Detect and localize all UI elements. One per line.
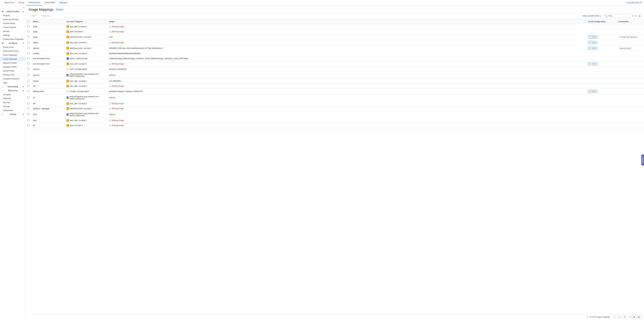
sidebar-item-storage-profiles[interactable]: Storage Profiles	[0, 65, 26, 69]
row-checkbox-cell[interactable]	[26, 56, 31, 61]
sidebar-item-custom-names[interactable]: Custom Names	[0, 25, 26, 29]
row-checkbox-cell[interactable]	[26, 118, 31, 123]
row-checkbox[interactable]	[28, 80, 30, 82]
row-checkbox-cell[interactable]	[26, 34, 31, 40]
row-checkbox-cell[interactable]	[26, 61, 31, 67]
sidebar-item-pricing-cards[interactable]: Pricing Cards	[0, 73, 26, 77]
sidebar-item-config-properties[interactable]: Configuration Properties	[0, 37, 26, 41]
sidebar-item-tags[interactable]: Tags	[0, 81, 26, 85]
sidebar-item-custom-roles[interactable]: Custom Roles	[0, 21, 26, 25]
edit-button[interactable]: ✏ EDIT	[28, 14, 38, 18]
row-checkbox[interactable]	[28, 30, 30, 32]
next-page-button[interactable]: ▶	[632, 315, 636, 319]
sidebar-group-onboarding[interactable]: ○ Onboarding ▾	[0, 85, 26, 89]
row-checkbox[interactable]	[28, 25, 30, 27]
sidebar-item-settings[interactable]: Settings	[0, 33, 26, 37]
select-all-checkbox[interactable]	[28, 20, 30, 22]
sidebar-item-security[interactable]: Security	[0, 100, 26, 104]
view-ungrouped-button[interactable]: VIEW UNGROUPED ▾	[582, 15, 601, 17]
nav-extensibility[interactable]: Extensibility	[42, 0, 57, 5]
sidebar-group-administration[interactable]: ⚙ Administration ▾	[0, 9, 26, 13]
row-checkbox-cell[interactable]	[26, 51, 31, 56]
row-checkbox-cell[interactable]	[26, 101, 31, 106]
row-checkbox-cell[interactable]	[26, 84, 31, 89]
sidebar-item-terraform-versions[interactable]: Terraform Versions	[0, 77, 26, 81]
row-checkbox[interactable]	[28, 74, 30, 76]
row-checkbox-cell[interactable]	[26, 67, 31, 72]
row-checkbox-cell[interactable]	[26, 29, 31, 34]
sidebar-item-storage[interactable]: Storage	[0, 104, 26, 108]
prev-page-button[interactable]: ◀	[618, 315, 621, 319]
sidebar-item-projects[interactable]: Projects	[0, 13, 26, 17]
sidebar-item-flavor-mappings[interactable]: Flavor Mappings	[0, 53, 26, 57]
last-page-button[interactable]: ▶|	[637, 315, 641, 319]
view-cloud-config-button[interactable]: 👁 VIEW	[588, 35, 597, 38]
table-row: df V cmbuvcfmgmtvc.eng.vmware.com / SDDC…	[26, 94, 644, 101]
row-checkbox[interactable]	[28, 113, 30, 115]
view-cloud-config-button[interactable]: 👁 VIEW	[588, 47, 597, 50]
sidebar-item-cloud-zones[interactable]: Cloud Zones	[0, 45, 26, 49]
row-checkbox-cell[interactable]	[26, 94, 31, 101]
sidebar-group-resources[interactable]: ○ Resources ▾	[0, 89, 26, 93]
row-checkbox[interactable]	[28, 57, 30, 59]
image-value: ami-2981896c	[109, 80, 121, 82]
row-checkbox[interactable]	[28, 102, 30, 104]
nav-migration[interactable]: Migration	[57, 0, 70, 5]
sidebar-group-activity[interactable]: ○ Activity ▾	[0, 112, 26, 116]
row-checkbox[interactable]	[28, 107, 30, 109]
row-checkbox[interactable]	[28, 68, 30, 70]
row-checkbox[interactable]	[28, 90, 30, 92]
row-checkbox-cell[interactable]	[26, 45, 31, 51]
view-cloud-config-button[interactable]: 👁 VIEW	[588, 41, 597, 44]
row-checkbox[interactable]	[28, 96, 30, 98]
row-checkbox[interactable]	[28, 47, 30, 49]
sidebar-item-kubernetes-zones[interactable]: Kubernetes Zones	[0, 49, 26, 53]
nav-design[interactable]: Design	[16, 0, 26, 5]
row-checkbox-cell[interactable]	[26, 24, 31, 29]
sidebar-collapse-button[interactable]: «	[0, 5, 26, 9]
nav-infrastructure[interactable]: Infrastructure	[27, 0, 43, 5]
row-checkbox-cell[interactable]	[26, 72, 31, 79]
select-all-header[interactable]	[26, 19, 31, 24]
page-number-input[interactable]	[622, 316, 627, 319]
info-icon[interactable]: ℹ	[632, 14, 634, 17]
sidebar-item-secrets[interactable]: Secrets	[0, 29, 26, 33]
sidebar-item-networks[interactable]: Networks	[0, 97, 26, 100]
guided-setup-icon: ⬡	[626, 2, 627, 4]
row-checkbox[interactable]	[28, 41, 30, 43]
sidebar-item-cluster-plans[interactable]: Cluster Plans	[0, 69, 26, 73]
row-cloud-config	[586, 123, 616, 128]
row-checkbox-cell[interactable]	[26, 106, 31, 111]
refresh-icon[interactable]: ↻	[635, 14, 637, 17]
row-checkbox[interactable]	[28, 124, 30, 126]
row-checkbox[interactable]	[28, 85, 30, 87]
row-checkbox[interactable]	[28, 63, 30, 65]
sidebar-item-kubernetes[interactable]: Kubernetes	[0, 108, 26, 112]
row-checkbox-cell[interactable]	[26, 123, 31, 128]
row-account: A aws_akk / us-east-2	[65, 24, 107, 29]
sidebar-group-configure[interactable]: ⚙ Configure ▾	[0, 41, 26, 45]
nav-resources[interactable]: Resources	[2, 0, 16, 5]
row-checkbox-cell[interactable]	[26, 79, 31, 84]
view-cloud-config-button[interactable]: 👁 VIEW	[588, 62, 597, 65]
grid-view-icon[interactable]: ⊞	[638, 14, 641, 17]
sidebar-item-network-profiles[interactable]: Network Profiles	[0, 61, 26, 65]
delete-button[interactable]: ✕ DELETE	[39, 14, 52, 18]
filter-input-container[interactable]: 🔍	[604, 14, 631, 18]
row-checkbox[interactable]	[28, 52, 30, 54]
sidebar-item-users-groups[interactable]: Users and Groups	[0, 17, 26, 21]
view-cloud-config-button[interactable]: 👁 VIEW	[588, 90, 597, 93]
row-checkbox-cell[interactable]	[26, 89, 31, 94]
missing-image-indicator: ⚠Missing image	[109, 85, 584, 87]
sidebar-item-compute[interactable]: Compute	[0, 93, 26, 97]
row-cloud-config: 👁 VIEW	[586, 40, 616, 45]
row-checkbox[interactable]	[28, 36, 30, 38]
guided-setup-link[interactable]: ⬡ GUIDED SETUP	[626, 2, 642, 4]
row-checkbox-cell[interactable]	[26, 40, 31, 45]
first-page-button[interactable]: |◀	[613, 315, 616, 319]
row-checkbox[interactable]	[28, 119, 30, 121]
filter-input[interactable]	[608, 15, 628, 17]
sidebar-item-image-mappings[interactable]: Image Mappings	[0, 57, 26, 61]
feedback-tab[interactable]: Feedback	[641, 155, 644, 165]
row-checkbox-cell[interactable]	[26, 111, 31, 118]
